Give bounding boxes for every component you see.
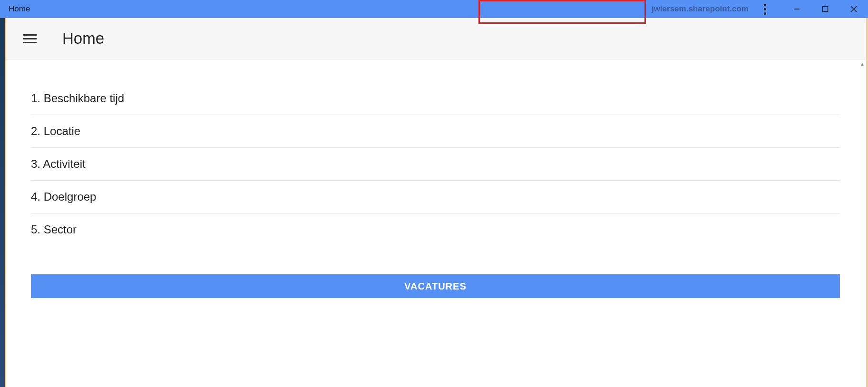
window-controls bbox=[782, 0, 868, 18]
list-item[interactable]: 2. Locatie bbox=[31, 115, 840, 148]
page-title: Home bbox=[62, 29, 104, 48]
kebab-menu-icon[interactable] bbox=[757, 4, 773, 15]
svg-rect-1 bbox=[823, 7, 828, 12]
main-content: 1. Beschikbare tijd 2. Locatie 3. Activi… bbox=[6, 59, 865, 387]
vacatures-button[interactable]: VACATURES bbox=[31, 274, 840, 298]
hamburger-menu-icon[interactable] bbox=[23, 34, 37, 43]
list-item[interactable]: 3. Activiteit bbox=[31, 148, 840, 181]
scroll-up-arrow-icon[interactable]: ▲ bbox=[859, 61, 865, 67]
maximize-button[interactable] bbox=[811, 0, 839, 18]
window-title: Home bbox=[9, 4, 30, 14]
app-bar: Home bbox=[6, 18, 865, 59]
list-item[interactable]: 1. Beschikbare tijd bbox=[31, 82, 840, 115]
window-titlebar: Home jwiersem.sharepoint.com bbox=[0, 0, 868, 18]
list-item[interactable]: 4. Doelgroep bbox=[31, 181, 840, 213]
right-decorative-edge bbox=[866, 18, 868, 387]
minimize-button[interactable] bbox=[782, 0, 811, 18]
list-item[interactable]: 5. Sector bbox=[31, 213, 840, 246]
close-button[interactable] bbox=[839, 0, 868, 18]
url-display: jwiersem.sharepoint.com bbox=[652, 4, 749, 14]
left-decorative-edge bbox=[0, 18, 5, 387]
titlebar-right-controls: jwiersem.sharepoint.com bbox=[652, 0, 868, 18]
